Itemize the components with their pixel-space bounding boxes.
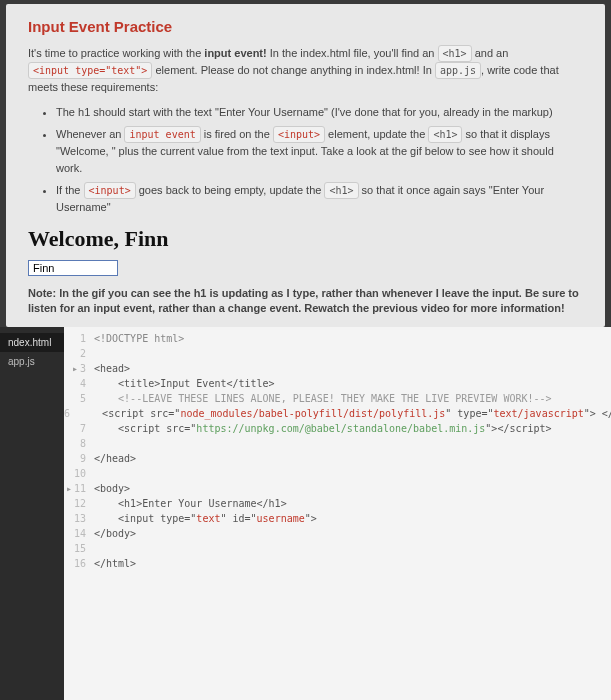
code-text: <input type=": [94, 511, 196, 526]
list-item: If the <input> goes back to being empty,…: [56, 182, 583, 216]
page-title: Input Event Practice: [28, 18, 583, 35]
text: If the: [56, 184, 84, 196]
text: In the index.html file, you'll find an: [267, 47, 438, 59]
code-text: "></script>: [485, 421, 551, 436]
code-text: </html>: [94, 556, 136, 571]
note-paragraph: Note: In the gif you can see the h1 is u…: [28, 286, 583, 318]
text: The h1 should start with the text "Enter…: [56, 106, 553, 118]
code-text: <!--LEAVE THESE LINES ALONE, PLEASE! THE…: [94, 391, 552, 406]
code-text: <body>: [94, 481, 130, 496]
text: goes back to being empty, update the: [136, 184, 325, 196]
text: is fired on the: [201, 128, 273, 140]
intro-paragraph: It's time to practice working with the i…: [28, 45, 583, 96]
code-text: <script src=": [78, 406, 180, 421]
list-item: Whenever an input event is fired on the …: [56, 126, 583, 176]
code-pill: <h1>: [324, 182, 358, 199]
tab-index-html[interactable]: ndex.html: [0, 333, 64, 352]
code-text: ">: [305, 511, 317, 526]
requirements-list: The h1 should start with the text "Enter…: [28, 104, 583, 216]
code-text: https://unpkg.com/@babel/standalone/babe…: [196, 421, 485, 436]
code-pill: <input>: [84, 182, 136, 199]
code-text: </body>: [94, 526, 136, 541]
code-text: <h1>Enter Your Username</h1>: [94, 496, 287, 511]
code-pill: input event: [124, 126, 200, 143]
code-text: <script src=": [94, 421, 196, 436]
code-text: " id=": [220, 511, 256, 526]
code-pill-appjs: app.js: [435, 62, 481, 79]
instructions-panel: Input Event Practice It's time to practi…: [6, 4, 605, 327]
file-tabs: ndex.html app.js: [0, 327, 64, 700]
text-bold: input event!: [204, 47, 266, 59]
code-text: " type=": [445, 406, 493, 421]
code-text: </head>: [94, 451, 136, 466]
code-text: text: [196, 511, 220, 526]
code-area[interactable]: 1<!DOCTYPE html> 2 ▸3<head> 4 <title>Inp…: [64, 327, 611, 700]
text: It's time to practice working with the: [28, 47, 204, 59]
code-text: <title>Input Event</title>: [94, 376, 275, 391]
text: and an: [472, 47, 509, 59]
note-label: Note:: [28, 287, 56, 299]
demo-heading: Welcome, Finn: [28, 226, 583, 252]
code-text: "> </script>: [584, 406, 611, 421]
code-pill-input-type: <input type="text">: [28, 62, 152, 79]
text: Whenever an: [56, 128, 124, 140]
text: element, update the: [325, 128, 428, 140]
note-body: In the gif you can see the h1 is updatin…: [28, 287, 579, 315]
code-pill-h1: <h1>: [438, 45, 472, 62]
code-text: <head>: [94, 361, 130, 376]
code-text: node_modules/babel-polyfill/dist/polyfil…: [180, 406, 445, 421]
demo-input[interactable]: [28, 260, 118, 276]
code-text: text/javascript: [493, 406, 583, 421]
code-text: username: [257, 511, 305, 526]
code-pill: <h1>: [428, 126, 462, 143]
code-text: <!DOCTYPE html>: [94, 331, 184, 346]
tab-app-js[interactable]: app.js: [0, 352, 64, 371]
code-pill: <input>: [273, 126, 325, 143]
text: element. Please do not change anything i…: [152, 64, 435, 76]
list-item: The h1 should start with the text "Enter…: [56, 104, 583, 121]
code-editor: ndex.html app.js 1<!DOCTYPE html> 2 ▸3<h…: [0, 327, 611, 700]
